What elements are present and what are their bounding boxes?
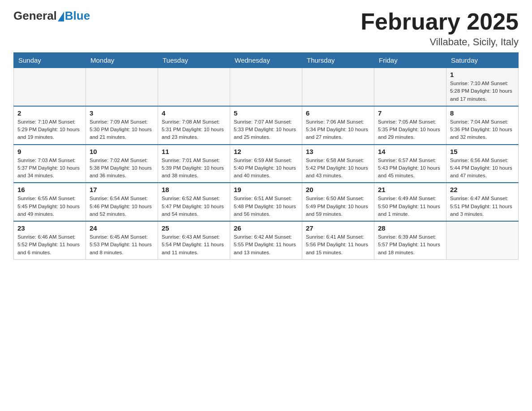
day-info: Sunrise: 6:45 AM Sunset: 5:53 PM Dayligh… [90,233,154,257]
calendar-cell [446,221,519,259]
calendar-cell: 1Sunrise: 7:10 AM Sunset: 5:28 PM Daylig… [446,68,519,106]
day-info: Sunrise: 6:59 AM Sunset: 5:40 PM Dayligh… [234,157,298,180]
day-number: 10 [90,148,154,155]
calendar-header-row: Sunday Monday Tuesday Wednesday Thursday… [14,53,519,68]
week-row-5: 23Sunrise: 6:46 AM Sunset: 5:52 PM Dayli… [14,221,519,259]
day-number: 6 [306,109,370,117]
header-saturday: Saturday [446,53,519,68]
day-info: Sunrise: 7:09 AM Sunset: 5:30 PM Dayligh… [90,118,154,141]
day-info: Sunrise: 7:10 AM Sunset: 5:29 PM Dayligh… [17,118,82,141]
day-info: Sunrise: 6:58 AM Sunset: 5:42 PM Dayligh… [306,157,370,180]
day-number: 17 [90,186,154,193]
week-row-3: 9Sunrise: 7:03 AM Sunset: 5:37 PM Daylig… [14,145,519,183]
day-number: 4 [162,109,226,117]
calendar-cell: 9Sunrise: 7:03 AM Sunset: 5:37 PM Daylig… [14,145,86,183]
day-info: Sunrise: 7:03 AM Sunset: 5:37 PM Dayligh… [17,157,82,180]
day-info: Sunrise: 7:08 AM Sunset: 5:31 PM Dayligh… [162,118,226,141]
day-number: 13 [306,148,370,155]
calendar-cell: 16Sunrise: 6:55 AM Sunset: 5:45 PM Dayli… [14,183,86,221]
calendar-cell: 5Sunrise: 7:07 AM Sunset: 5:33 PM Daylig… [230,106,302,145]
calendar-cell: 14Sunrise: 6:57 AM Sunset: 5:43 PM Dayli… [374,145,446,183]
calendar-cell: 3Sunrise: 7:09 AM Sunset: 5:30 PM Daylig… [86,106,158,145]
calendar-cell: 15Sunrise: 6:56 AM Sunset: 5:44 PM Dayli… [446,145,519,183]
day-number: 26 [234,224,298,232]
calendar-cell: 26Sunrise: 6:42 AM Sunset: 5:55 PM Dayli… [230,221,302,259]
page-header: General Blue February 2025 Villabate, Si… [13,9,519,48]
week-row-1: 1Sunrise: 7:10 AM Sunset: 5:28 PM Daylig… [14,68,519,106]
calendar-cell: 13Sunrise: 6:58 AM Sunset: 5:42 PM Dayli… [302,145,374,183]
day-number: 19 [234,186,298,193]
day-info: Sunrise: 6:57 AM Sunset: 5:43 PM Dayligh… [378,157,442,180]
logo: General Blue [13,9,90,23]
calendar-cell: 20Sunrise: 6:50 AM Sunset: 5:49 PM Dayli… [302,183,374,221]
day-info: Sunrise: 6:42 AM Sunset: 5:55 PM Dayligh… [234,233,298,257]
day-number: 12 [234,148,298,155]
header-wednesday: Wednesday [230,53,302,68]
calendar-cell: 11Sunrise: 7:01 AM Sunset: 5:39 PM Dayli… [158,145,230,183]
calendar-title: February 2025 [360,9,519,34]
calendar-cell: 18Sunrise: 6:52 AM Sunset: 5:47 PM Dayli… [158,183,230,221]
day-number: 14 [378,148,442,155]
day-number: 9 [17,148,82,155]
day-info: Sunrise: 7:02 AM Sunset: 5:38 PM Dayligh… [90,157,154,180]
calendar-cell: 19Sunrise: 6:51 AM Sunset: 5:48 PM Dayli… [230,183,302,221]
day-number: 20 [306,186,370,193]
day-info: Sunrise: 7:10 AM Sunset: 5:28 PM Dayligh… [450,80,515,103]
calendar-cell: 25Sunrise: 6:43 AM Sunset: 5:54 PM Dayli… [158,221,230,259]
title-section: February 2025 Villabate, Sicily, Italy [360,9,519,48]
day-number: 23 [17,224,82,232]
day-number: 25 [162,224,226,232]
header-tuesday: Tuesday [158,53,230,68]
calendar-subtitle: Villabate, Sicily, Italy [360,36,519,48]
calendar-cell [302,68,374,106]
day-info: Sunrise: 6:47 AM Sunset: 5:51 PM Dayligh… [450,195,515,218]
header-monday: Monday [86,53,158,68]
calendar-cell [86,68,158,106]
day-info: Sunrise: 7:04 AM Sunset: 5:36 PM Dayligh… [450,118,515,141]
calendar-cell [14,68,86,106]
day-info: Sunrise: 6:56 AM Sunset: 5:44 PM Dayligh… [450,157,515,180]
day-number: 7 [378,109,442,117]
calendar-cell [230,68,302,106]
header-sunday: Sunday [14,53,86,68]
day-number: 8 [450,109,515,117]
day-number: 15 [450,148,515,155]
day-info: Sunrise: 7:06 AM Sunset: 5:34 PM Dayligh… [306,118,370,141]
calendar-cell: 7Sunrise: 7:05 AM Sunset: 5:35 PM Daylig… [374,106,446,145]
day-number: 11 [162,148,226,155]
day-number: 5 [234,109,298,117]
day-info: Sunrise: 7:05 AM Sunset: 5:35 PM Dayligh… [378,118,442,141]
day-number: 21 [378,186,442,193]
day-number: 3 [90,109,154,117]
week-row-2: 2Sunrise: 7:10 AM Sunset: 5:29 PM Daylig… [14,106,519,145]
calendar-table: Sunday Monday Tuesday Wednesday Thursday… [13,52,519,260]
calendar-cell: 24Sunrise: 6:45 AM Sunset: 5:53 PM Dayli… [86,221,158,259]
calendar-cell: 22Sunrise: 6:47 AM Sunset: 5:51 PM Dayli… [446,183,519,221]
day-number: 24 [90,224,154,232]
day-info: Sunrise: 6:39 AM Sunset: 5:57 PM Dayligh… [378,233,442,257]
calendar-cell: 17Sunrise: 6:54 AM Sunset: 5:46 PM Dayli… [86,183,158,221]
day-info: Sunrise: 6:49 AM Sunset: 5:50 PM Dayligh… [378,195,442,218]
day-number: 27 [306,224,370,232]
day-info: Sunrise: 6:43 AM Sunset: 5:54 PM Dayligh… [162,233,226,257]
calendar-cell: 2Sunrise: 7:10 AM Sunset: 5:29 PM Daylig… [14,106,86,145]
calendar-cell [374,68,446,106]
calendar-cell: 27Sunrise: 6:41 AM Sunset: 5:56 PM Dayli… [302,221,374,259]
day-number: 1 [450,71,515,78]
day-number: 22 [450,186,515,193]
logo-blue-text: Blue [65,9,90,23]
calendar-cell [158,68,230,106]
calendar-cell: 23Sunrise: 6:46 AM Sunset: 5:52 PM Dayli… [14,221,86,259]
day-number: 18 [162,186,226,193]
day-info: Sunrise: 6:55 AM Sunset: 5:45 PM Dayligh… [17,195,82,218]
calendar-cell: 6Sunrise: 7:06 AM Sunset: 5:34 PM Daylig… [302,106,374,145]
day-info: Sunrise: 6:41 AM Sunset: 5:56 PM Dayligh… [306,233,370,257]
header-friday: Friday [374,53,446,68]
day-info: Sunrise: 7:01 AM Sunset: 5:39 PM Dayligh… [162,157,226,180]
day-number: 2 [17,109,82,117]
logo-triangle-icon [58,12,64,21]
calendar-cell: 10Sunrise: 7:02 AM Sunset: 5:38 PM Dayli… [86,145,158,183]
calendar-cell: 4Sunrise: 7:08 AM Sunset: 5:31 PM Daylig… [158,106,230,145]
day-number: 28 [378,224,442,232]
day-info: Sunrise: 6:52 AM Sunset: 5:47 PM Dayligh… [162,195,226,218]
